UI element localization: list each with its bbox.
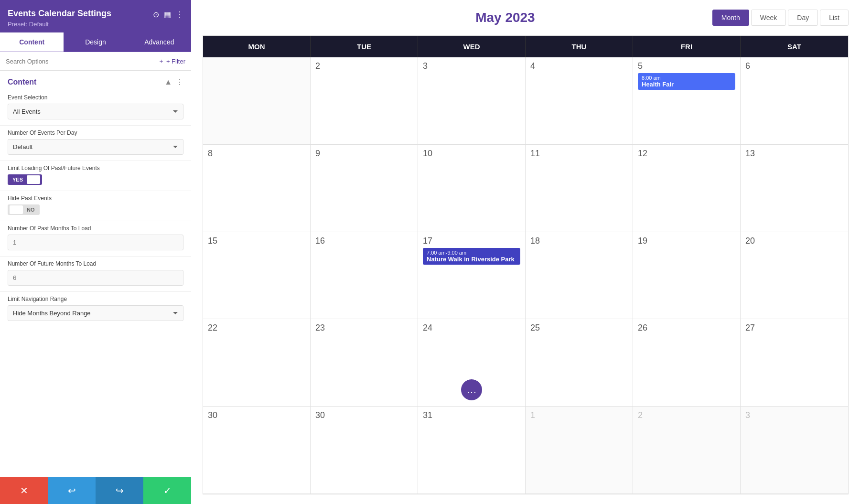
day-header-fri: FRI [633,36,741,57]
section-header: Content ▲ ⋮ [0,71,191,90]
calendar-title: May 2023 [298,10,712,25]
cal-cell-w5-1[interactable]: 30 [203,407,311,494]
view-list-button[interactable]: List [820,10,849,26]
cal-cell-w5-6[interactable]: 3 [741,407,848,494]
cal-cell-w3-1[interactable]: 15 [203,232,311,320]
cal-cell-w2-3[interactable]: 10 [418,145,526,232]
calendar-days-header: MON TUE WED THU FRI SAT [203,36,848,57]
filter-button[interactable]: ＋ + Filter [158,57,185,65]
search-input[interactable] [6,58,158,65]
sidebar-tabs: Content Design Advanced [0,32,191,52]
cal-cell-w1-1[interactable] [203,57,311,145]
calendar-grid: MON TUE WED THU FRI SAT 2 3 4 5 8:00 am … [203,35,849,494]
tab-advanced[interactable]: Advanced [128,32,191,52]
cal-cell-w4-3[interactable]: 24 … [418,319,526,407]
cal-cell-w5-4[interactable]: 1 [526,407,633,494]
tab-content[interactable]: Content [0,32,64,52]
day-header-wed: WED [418,36,526,57]
cal-cell-w2-6[interactable]: 13 [741,145,848,232]
view-week-button[interactable]: Week [751,10,786,26]
cal-cell-w5-2[interactable]: 30 [311,407,418,494]
cal-cell-w3-2[interactable]: 16 [311,232,418,320]
section-icons: ▲ ⋮ [164,77,183,86]
nav-range-select[interactable]: Hide Months Beyond Range Show All Disabl… [8,305,183,321]
event-selection-select[interactable]: All Events Category Tag [8,104,183,119]
filter-label: + Filter [166,58,185,65]
event-selection-label: Event Selection [8,94,183,101]
past-months-group: Number Of Past Months To Load [0,221,191,256]
num-events-select[interactable]: Default 123 [8,139,183,155]
day-header-tue: TUE [311,36,418,57]
cal-cell-w5-5[interactable]: 2 [633,407,741,494]
cal-cell-w1-3[interactable]: 3 [418,57,526,145]
hide-past-toggle-row: NO [8,204,183,215]
cal-cell-w1-6[interactable]: 6 [741,57,848,145]
sidebar-title: Events Calendar Settings [8,9,111,19]
sidebar-header-icons: ⊙ ▦ ⋮ [153,10,183,19]
day-header-sat: SAT [741,36,848,57]
target-icon[interactable]: ⊙ [153,10,159,19]
hide-past-group: Hide Past Events NO [0,191,191,221]
num-events-group: Number Of Events Per Day Default 123 [0,126,191,161]
cal-cell-w1-4[interactable]: 4 [526,57,633,145]
calendar-header: May 2023 Month Week Day List [203,10,849,26]
event-nature-walk[interactable]: 7:00 am-9:00 am Nature Walk in Riverside… [423,248,520,265]
sidebar-content: ＋ + Filter Content ▲ ⋮ Event Selection A… [0,52,191,477]
limit-loading-toggle[interactable]: YES [8,174,42,185]
cal-cell-w4-6[interactable]: 27 [741,319,848,407]
limit-loading-group: Limit Loading Of Past/Future Events YES [0,161,191,191]
day-header-mon: MON [203,36,311,57]
nav-range-group: Limit Navigation Range Hide Months Beyon… [0,292,191,327]
cal-cell-w4-2[interactable]: 23 [311,319,418,407]
cal-cell-w3-3[interactable]: 17 7:00 am-9:00 am Nature Walk in Rivers… [418,232,526,320]
cancel-button[interactable]: ✕ [0,477,48,504]
more-icon[interactable]: ⋮ [176,10,183,19]
sidebar-preset: Preset: Default [8,21,183,28]
hide-past-label: Hide Past Events [8,195,183,202]
limit-loading-label: Limit Loading Of Past/Future Events [8,165,183,172]
redo-button[interactable]: ↪ [96,477,143,504]
past-months-label: Number Of Past Months To Load [8,225,183,232]
fab-button[interactable]: … [461,379,482,400]
cal-cell-w1-5[interactable]: 5 8:00 am Health Fair [633,57,741,145]
cal-cell-w1-2[interactable]: 2 [311,57,418,145]
cal-cell-w4-1[interactable]: 22 [203,319,311,407]
view-day-button[interactable]: Day [788,10,818,26]
cal-cell-w4-5[interactable]: 26 [633,319,741,407]
event-selection-group: Event Selection All Events Category Tag [0,90,191,125]
sidebar: Events Calendar Settings ⊙ ▦ ⋮ Preset: D… [0,0,191,504]
cal-cell-w2-1[interactable]: 8 [203,145,311,232]
future-months-label: Number Of Future Months To Load [8,260,183,267]
undo-button[interactable]: ↩ [48,477,96,504]
cal-cell-w3-4[interactable]: 18 [526,232,633,320]
calendar-body: 2 3 4 5 8:00 am Health Fair 6 8 9 10 11 … [203,57,848,494]
sidebar-footer: ✕ ↩ ↪ ✓ [0,477,191,504]
tab-design[interactable]: Design [64,32,127,52]
toggle-yes-label: YES [10,176,26,183]
toggle-no-label: NO [24,206,38,214]
main-content: May 2023 Month Week Day List MON TUE WED… [191,0,860,504]
view-month-button[interactable]: Month [712,10,749,26]
past-months-input[interactable] [8,235,183,250]
save-button[interactable]: ✓ [143,477,191,504]
filter-icon: ＋ [158,57,164,65]
future-months-group: Number Of Future Months To Load [0,257,191,291]
event-health-fair[interactable]: 8:00 am Health Fair [638,73,735,90]
collapse-icon[interactable]: ▲ [164,78,172,86]
num-events-label: Number Of Events Per Day [8,129,183,136]
nav-range-label: Limit Navigation Range [8,296,183,302]
cal-cell-w4-4[interactable]: 25 [526,319,633,407]
cal-cell-w2-5[interactable]: 12 [633,145,741,232]
cal-cell-w2-4[interactable]: 11 [526,145,633,232]
cal-cell-w2-2[interactable]: 9 [311,145,418,232]
options-icon[interactable]: ⋮ [176,77,183,86]
toggle-knob [27,175,40,184]
section-title: Content [8,78,36,86]
cal-cell-w3-6[interactable]: 20 [741,232,848,320]
future-months-input[interactable] [8,270,183,286]
cal-cell-w3-5[interactable]: 19 [633,232,741,320]
grid-icon[interactable]: ▦ [164,10,171,19]
hide-past-toggle[interactable]: NO [8,204,40,215]
cal-cell-w5-3[interactable]: 31 [418,407,526,494]
toggle-knob-off [10,205,23,214]
